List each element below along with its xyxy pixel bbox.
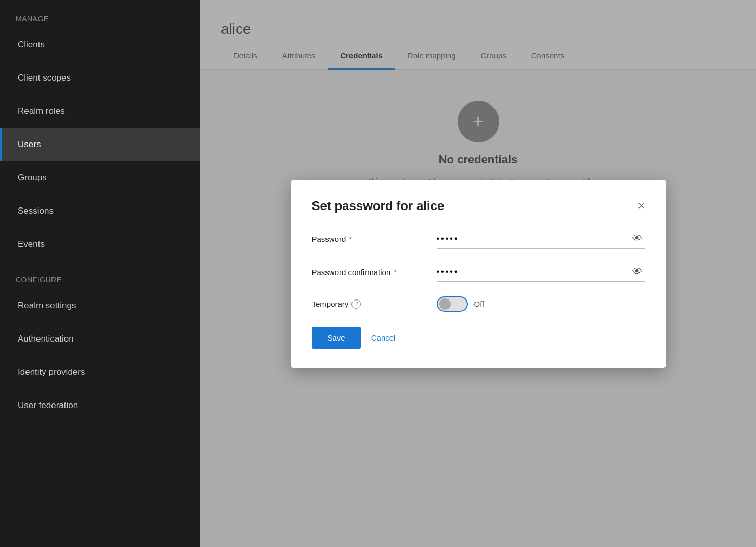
- password-confirmation-input[interactable]: [437, 263, 630, 281]
- modal-close-button[interactable]: ×: [638, 200, 645, 212]
- sidebar-item-events[interactable]: Events: [0, 228, 200, 261]
- sidebar-item-sessions[interactable]: Sessions: [0, 194, 200, 228]
- toggle-knob: [439, 298, 451, 310]
- sidebar-item-realm-settings[interactable]: Realm settings: [0, 289, 200, 322]
- sidebar: ManageClientsClient scopesRealm rolesUse…: [0, 0, 200, 547]
- modal-header: Set password for alice ×: [312, 199, 645, 213]
- modal-title: Set password for alice: [312, 199, 445, 213]
- toggle-state-label: Off: [474, 299, 485, 308]
- password-confirmation-label: Password confirmation *: [312, 268, 426, 277]
- sidebar-item-identity-providers[interactable]: Identity providers: [0, 356, 200, 389]
- modal-actions: Save Cancel: [312, 327, 645, 349]
- sidebar-item-user-federation[interactable]: User federation: [0, 389, 200, 422]
- sidebar-item-realm-roles[interactable]: Realm roles: [0, 95, 200, 128]
- temporary-toggle[interactable]: [437, 296, 468, 312]
- password-input-wrapper: 👁: [437, 230, 645, 249]
- sidebar-section-configure: Configure: [0, 261, 200, 289]
- temporary-row: Temporary ? Off: [312, 296, 645, 312]
- temporary-label: Temporary ?: [312, 299, 426, 309]
- password-eye-icon[interactable]: 👁: [630, 230, 645, 246]
- sidebar-item-groups[interactable]: Groups: [0, 161, 200, 194]
- sidebar-section-manage: Manage: [0, 0, 200, 28]
- password-label: Password *: [312, 235, 426, 243]
- temporary-help-icon[interactable]: ?: [351, 299, 361, 309]
- password-confirmation-eye-icon[interactable]: 👁: [630, 264, 645, 280]
- modal-backdrop: Set password for alice × Password * 👁: [200, 0, 756, 547]
- sidebar-item-authentication[interactable]: Authentication: [0, 322, 200, 356]
- sidebar-item-clients[interactable]: Clients: [0, 28, 200, 61]
- password-confirmation-row: Password confirmation * 👁: [312, 263, 645, 282]
- modal-save-button[interactable]: Save: [312, 327, 361, 349]
- main-content: alice DetailsAttributesCredentialsRole m…: [200, 0, 756, 547]
- sidebar-item-users[interactable]: Users: [0, 128, 200, 161]
- temporary-toggle-wrapper: Off: [437, 296, 485, 312]
- sidebar-item-client-scopes[interactable]: Client scopes: [0, 61, 200, 95]
- password-row: Password * 👁: [312, 230, 645, 249]
- modal-cancel-button[interactable]: Cancel: [371, 333, 396, 342]
- password-confirmation-required-star: *: [394, 268, 396, 277]
- set-password-modal: Set password for alice × Password * 👁: [291, 180, 666, 368]
- password-input[interactable]: [437, 230, 630, 248]
- password-confirmation-input-wrapper: 👁: [437, 263, 645, 282]
- main-inner: alice DetailsAttributesCredentialsRole m…: [200, 0, 756, 547]
- password-required-star: *: [349, 235, 351, 243]
